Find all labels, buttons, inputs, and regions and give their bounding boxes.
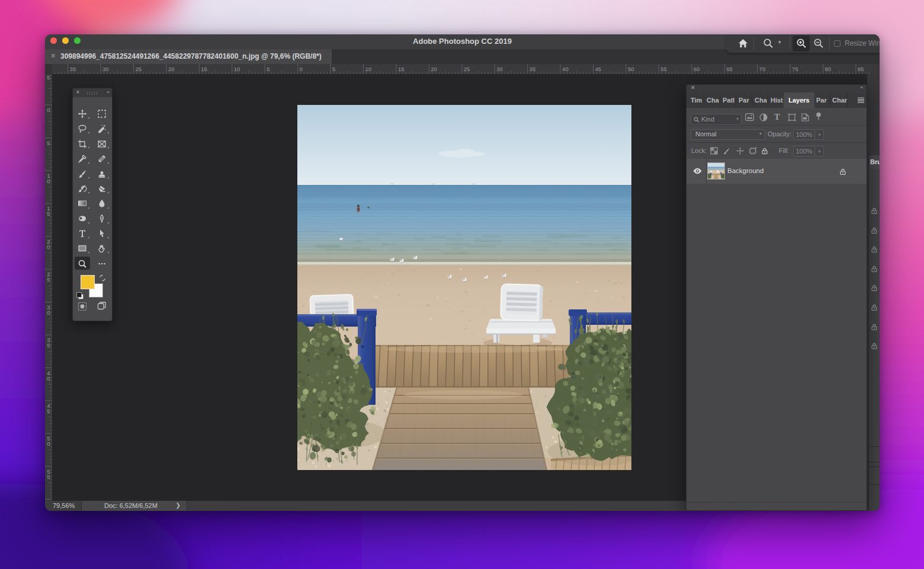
- svg-text:5: 5: [47, 74, 50, 81]
- svg-text:40: 40: [562, 66, 569, 72]
- svg-text:15: 15: [398, 66, 405, 72]
- svg-text:0: 0: [300, 66, 303, 72]
- svg-text:5: 5: [332, 66, 335, 72]
- svg-text:5: 5: [267, 66, 270, 72]
- svg-text:80: 80: [825, 66, 832, 72]
- svg-text:35: 35: [530, 66, 536, 72]
- svg-text:10: 10: [234, 66, 240, 72]
- svg-text:65: 65: [726, 66, 733, 72]
- svg-text:5: 5: [47, 474, 50, 480]
- svg-text:5: 5: [47, 210, 50, 217]
- svg-text:70: 70: [759, 66, 766, 72]
- svg-text:5: 5: [47, 140, 50, 146]
- svg-text:30: 30: [496, 66, 503, 72]
- svg-text:0: 0: [47, 309, 50, 316]
- svg-text:75: 75: [792, 66, 798, 72]
- svg-text:0: 0: [47, 440, 50, 447]
- svg-text:0: 0: [47, 178, 50, 184]
- svg-text:45: 45: [595, 66, 602, 72]
- svg-text:50: 50: [628, 66, 634, 72]
- svg-text:20: 20: [168, 66, 175, 72]
- svg-text:10: 10: [365, 66, 372, 72]
- svg-text:0: 0: [47, 244, 50, 250]
- svg-text:0: 0: [47, 375, 50, 382]
- svg-text:55: 55: [660, 66, 667, 72]
- svg-text:20: 20: [431, 66, 437, 72]
- svg-text:30: 30: [102, 66, 109, 72]
- svg-text:5: 5: [47, 276, 50, 283]
- svg-text:35: 35: [70, 66, 76, 72]
- svg-text:0: 0: [47, 107, 50, 113]
- svg-text:25: 25: [136, 66, 142, 72]
- svg-text:5: 5: [47, 408, 50, 414]
- svg-text:15: 15: [201, 66, 207, 72]
- svg-text:60: 60: [694, 66, 700, 72]
- svg-text:25: 25: [464, 66, 470, 72]
- svg-text:85: 85: [858, 66, 864, 72]
- svg-text:5: 5: [47, 342, 50, 349]
